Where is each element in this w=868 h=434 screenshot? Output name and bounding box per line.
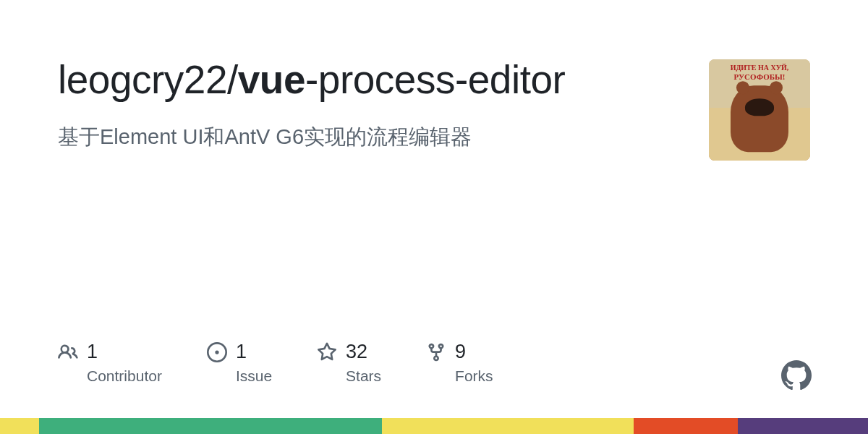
- stat-count: 32: [346, 341, 367, 363]
- repo-name-bold[interactable]: vue: [238, 57, 305, 102]
- repo-owner[interactable]: leogcry22: [58, 57, 227, 102]
- language-segment: [0, 418, 39, 434]
- repo-slash: /: [227, 57, 238, 102]
- stat-count: 1: [87, 341, 98, 363]
- language-segment: [738, 418, 868, 434]
- avatar[interactable]: ИДИТЕ НА ХУЙ, РУСОФОБЫ!: [709, 59, 810, 161]
- stat-stars[interactable]: 32 Stars: [317, 341, 381, 385]
- stat-label: Issue: [236, 367, 272, 385]
- stat-label: Stars: [346, 367, 381, 385]
- stat-contributors[interactable]: 1 Contributor: [58, 341, 162, 385]
- repo-name-rest[interactable]: -process-editor: [305, 57, 565, 102]
- language-segment: [382, 418, 634, 434]
- language-color-bar: [0, 418, 868, 434]
- stat-count: 9: [455, 341, 466, 363]
- stat-count: 1: [236, 341, 247, 363]
- stat-label: Contributor: [87, 367, 162, 385]
- repo-title: leogcry22/vue-process-editor: [58, 56, 651, 103]
- language-segment: [39, 418, 382, 434]
- avatar-text-line1: ИДИТЕ НА ХУЙ,: [709, 64, 810, 72]
- fork-icon: [426, 342, 446, 362]
- language-segment: [634, 418, 738, 434]
- stat-issues[interactable]: 1 Issue: [207, 341, 272, 385]
- stat-forks[interactable]: 9 Forks: [426, 341, 493, 385]
- repo-description: 基于Element UI和AntV G6实现的流程编辑器: [58, 122, 651, 152]
- stat-label: Forks: [455, 367, 493, 385]
- issue-icon: [207, 342, 227, 362]
- repo-stats: 1 Contributor 1 Issue 32 Stars 9 Forks: [58, 341, 493, 385]
- github-logo-icon[interactable]: [781, 360, 812, 391]
- star-icon: [317, 342, 337, 362]
- avatar-text-line2: РУСОФОБЫ!: [709, 72, 810, 81]
- people-icon: [58, 342, 78, 362]
